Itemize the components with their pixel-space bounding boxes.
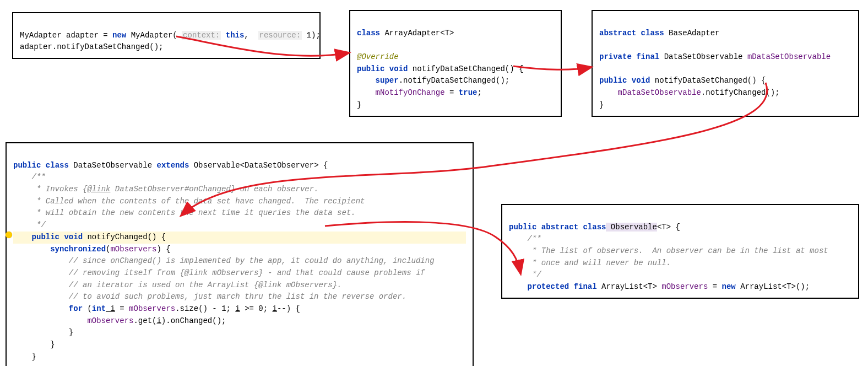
close2: } — [13, 340, 55, 349]
javadoc3: * Called when the contents of the data s… — [13, 197, 365, 206]
cc2: // removing itself from {@link mObserver… — [13, 268, 425, 277]
code-box-observable: public abstract class Observable<T> { /*… — [501, 204, 859, 299]
for: for (int i = mObservers.size() - 1; i >=… — [13, 304, 300, 313]
javadoc5: */ — [13, 220, 46, 229]
anno: @Override — [357, 52, 399, 61]
jd2: * The list of observers. An observer can… — [509, 246, 828, 255]
method-sig: public void notifyDataSetChanged() { — [357, 64, 523, 73]
line1: abstract class BaseAdapter — [599, 29, 719, 37]
close: } — [357, 100, 361, 109]
code-box-usage: MyAdapter adapter = new MyAdapter( conte… — [12, 12, 321, 59]
cc1: // since onChanged() is implemented by t… — [13, 256, 435, 265]
jd4: */ — [509, 270, 541, 279]
call: mDataSetObservable.notifyChanged(); — [599, 88, 780, 97]
method-sig: public void notifyDataSetChanged() { — [599, 76, 766, 85]
jd3: * once and will never be null. — [509, 259, 671, 267]
line2: adapter.notifyDataSetChanged(); — [20, 42, 163, 51]
bulb-icon — [6, 232, 12, 238]
code-box-baseadapter: abstract class BaseAdapter private final… — [592, 10, 859, 117]
code-box-datasetobservable: public class DataSetObservable extends O… — [6, 142, 474, 366]
assign: mNotifyOnChange = true; — [357, 88, 482, 97]
close1: } — [13, 328, 73, 337]
code-box-arrayadapter: class ArrayAdapter<T> @Override public v… — [349, 10, 562, 117]
body: mObservers.get(i).onChanged(); — [13, 316, 226, 325]
class-decl: public abstract class Observable<T> { — [509, 223, 680, 232]
close: } — [599, 100, 604, 109]
javadoc4: * will obtain the new contents the next … — [13, 208, 356, 217]
jd1: /** — [509, 234, 541, 243]
cc3: // an iterator is used on the ArrayList … — [13, 281, 342, 289]
close3: } — [13, 352, 36, 361]
method-sig: public void notifyChanged() { — [13, 232, 466, 244]
javadoc2: * Invokes {@link DataSetObserver#onChang… — [13, 185, 319, 193]
line1: MyAdapter adapter = new MyAdapter( conte… — [20, 31, 321, 40]
sync: synchronized(mObservers) { — [13, 245, 171, 254]
cc4: // to avoid such problems, just march th… — [13, 292, 406, 301]
field: private final DataSetObservable mDataSet… — [599, 52, 831, 61]
line1: class ArrayAdapter<T> — [357, 29, 454, 37]
super-call: super.notifyDataSetChanged(); — [357, 76, 509, 85]
field: protected final ArrayList<T> mObservers … — [509, 282, 810, 291]
class-decl: public class DataSetObservable extends O… — [13, 161, 328, 170]
javadoc1: /** — [13, 173, 46, 181]
